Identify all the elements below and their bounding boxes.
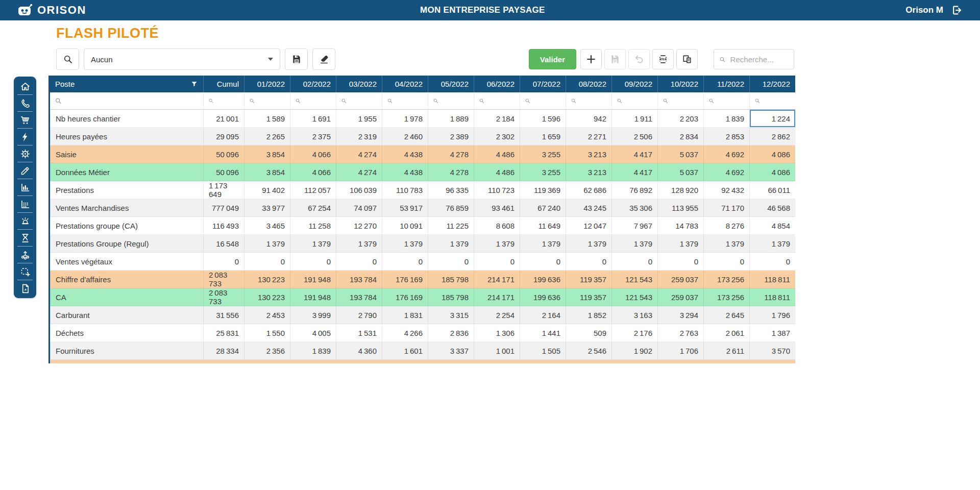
grid-cell[interactable]: 3 337 xyxy=(428,342,474,360)
column-header-07-2022[interactable]: 07/2022 xyxy=(520,76,566,92)
grid-cell[interactable]: 214 171 xyxy=(474,271,520,288)
grid-cell[interactable]: 31 556 xyxy=(203,306,244,324)
grid-cell[interactable]: 3 255 xyxy=(520,163,566,181)
filter-input-02-2022[interactable] xyxy=(304,97,331,105)
grid-cell[interactable]: 4 274 xyxy=(336,163,382,181)
sidebar-item-selection-add[interactable] xyxy=(14,263,36,280)
grid-cell[interactable]: 121 543 xyxy=(611,271,657,288)
grid-cell[interactable]: 0 xyxy=(703,253,749,271)
sidebar-item-cart[interactable] xyxy=(14,112,36,128)
grid-cell[interactable]: 12 270 xyxy=(336,217,382,235)
grid-cell[interactable]: 1 706 xyxy=(657,342,703,360)
grid-cell[interactable]: 113 955 xyxy=(657,199,703,217)
grid-cell[interactable]: 53 917 xyxy=(382,199,428,217)
export-xlsx-button[interactable]: xlsx xyxy=(652,49,674,69)
grid-cell[interactable]: 1 379 xyxy=(520,235,566,253)
grid-cell[interactable]: 43 245 xyxy=(566,199,611,217)
grid-cell[interactable]: 1 379 xyxy=(290,235,336,253)
grid-cell[interactable]: 1 550 xyxy=(244,324,290,342)
grid-cell[interactable]: 1 596 xyxy=(520,110,566,128)
grid-cell[interactable]: 21 001 xyxy=(203,110,244,128)
grid-cell[interactable]: 10 091 xyxy=(382,217,428,235)
grid-cell[interactable]: 0 xyxy=(290,253,336,271)
grid-cell[interactable]: 1 224 xyxy=(749,110,795,128)
filter-input-09-2022[interactable] xyxy=(626,97,653,105)
grid-search-input[interactable] xyxy=(730,55,789,64)
grid-cell[interactable]: 3 315 xyxy=(428,306,474,324)
grid-cell[interactable]: 106 039 xyxy=(336,181,382,199)
grid-cell[interactable]: 4 086 xyxy=(749,163,795,181)
grid-cell[interactable]: 4 266 xyxy=(382,324,428,342)
save-changes-button[interactable] xyxy=(604,49,626,69)
row-label[interactable]: Ventes Marchandises xyxy=(50,199,203,217)
grid-cell[interactable]: 1 306 xyxy=(474,324,520,342)
sidebar-item-hourglass[interactable] xyxy=(14,230,36,246)
grid-cell[interactable]: 3 570 xyxy=(749,342,795,360)
column-chooser-button[interactable] xyxy=(676,49,698,69)
row-label[interactable]: Prestations Groupe (Regul) xyxy=(50,235,203,253)
grid-cell[interactable]: 4 066 xyxy=(290,145,336,163)
add-row-button[interactable] xyxy=(580,49,602,69)
column-header-12-2022[interactable]: 12/2022 xyxy=(749,76,795,92)
grid-cell[interactable]: 191 948 xyxy=(290,288,336,306)
grid-cell[interactable]: 1 173 649 xyxy=(203,181,244,199)
row-label[interactable]: Carburant xyxy=(50,306,203,324)
grid-cell[interactable]: 3 854 xyxy=(244,145,290,163)
grid-cell[interactable]: 1 379 xyxy=(244,235,290,253)
grid-cell[interactable]: 509 xyxy=(566,324,611,342)
grid-cell[interactable]: 2 184 xyxy=(474,110,520,128)
grid-cell[interactable]: 4 438 xyxy=(382,145,428,163)
row-label[interactable]: Prestations xyxy=(50,181,203,199)
grid-cell[interactable]: 4 486 xyxy=(474,163,520,181)
grid-cell[interactable]: 1 531 xyxy=(336,324,382,342)
grid-cell[interactable]: 130 223 xyxy=(244,288,290,306)
grid-cell[interactable]: 3 294 xyxy=(657,306,703,324)
sidebar-item-bar-chart[interactable] xyxy=(14,179,36,195)
grid-cell[interactable]: 92 432 xyxy=(703,181,749,199)
grid-cell[interactable]: 3 999 xyxy=(290,306,336,324)
grid-cell[interactable]: 5 037 xyxy=(657,145,703,163)
grid-cell[interactable]: 4 360 xyxy=(336,342,382,360)
grid-cell[interactable]: 1 831 xyxy=(382,306,428,324)
grid-cell[interactable]: 193 784 xyxy=(336,271,382,288)
column-header-02-2022[interactable]: 02/2022 xyxy=(290,76,336,92)
grid-cell[interactable]: 2 862 xyxy=(749,128,795,145)
grid-cell[interactable]: 2 853 xyxy=(703,128,749,145)
grid-cell[interactable]: 112 057 xyxy=(290,181,336,199)
grid-cell[interactable]: 0 xyxy=(566,253,611,271)
grid-cell[interactable]: 50 096 xyxy=(203,163,244,181)
grid-cell[interactable]: 2 836 xyxy=(428,324,474,342)
grid-cell[interactable]: 2 453 xyxy=(244,306,290,324)
grid-cell[interactable]: 0 xyxy=(244,253,290,271)
grid-cell[interactable]: 1 796 xyxy=(749,306,795,324)
grid-cell[interactable]: 199 636 xyxy=(520,288,566,306)
filter-input-poste[interactable] xyxy=(65,97,199,105)
grid-cell[interactable]: 4 438 xyxy=(382,163,428,181)
grid-cell[interactable]: 2 645 xyxy=(703,306,749,324)
grid-cell[interactable]: 71 170 xyxy=(703,199,749,217)
grid-cell[interactable]: 29 095 xyxy=(203,128,244,145)
user-name[interactable]: Orison M xyxy=(905,5,943,15)
column-header-cumul[interactable]: Cumul xyxy=(203,76,244,92)
grid-cell[interactable]: 176 169 xyxy=(382,288,428,306)
save-filter-button[interactable] xyxy=(285,48,308,70)
column-header-03-2022[interactable]: 03/2022 xyxy=(336,76,382,92)
grid-cell[interactable]: 118 811 xyxy=(749,288,795,306)
grid-cell[interactable]: 3 163 xyxy=(611,306,657,324)
grid-cell[interactable]: 128 920 xyxy=(657,181,703,199)
app-logo[interactable]: ORISON xyxy=(17,4,86,17)
filter-funnel-icon[interactable] xyxy=(190,80,198,88)
grid-cell[interactable]: 46 568 xyxy=(749,199,795,217)
grid-cell[interactable]: 2 790 xyxy=(336,306,382,324)
grid-cell[interactable]: 25 831 xyxy=(203,324,244,342)
grid-cell[interactable]: 28 334 xyxy=(203,342,244,360)
grid-cell[interactable]: 11 258 xyxy=(290,217,336,235)
grid-cell[interactable]: 76 892 xyxy=(611,181,657,199)
grid-cell[interactable]: 4 692 xyxy=(703,145,749,163)
filter-search-button[interactable] xyxy=(56,48,79,70)
grid-cell[interactable]: 1 839 xyxy=(703,110,749,128)
grid-cell[interactable]: 259 037 xyxy=(657,271,703,288)
grid-cell[interactable]: 1 379 xyxy=(703,235,749,253)
grid-cell[interactable]: 1 379 xyxy=(749,235,795,253)
grid-cell[interactable]: 1 659 xyxy=(520,128,566,145)
